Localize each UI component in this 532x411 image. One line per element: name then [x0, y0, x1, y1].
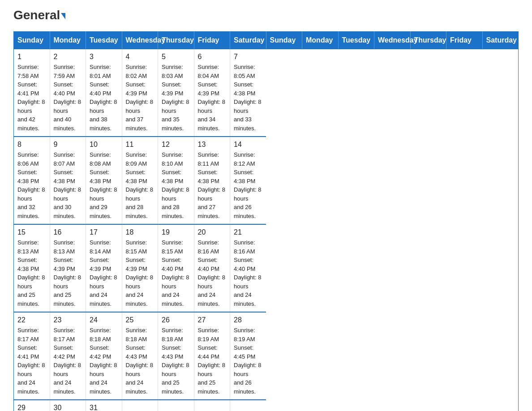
- day-info: Sunrise: 8:09 AMSunset: 4:38 PMDaylight:…: [126, 151, 153, 219]
- day-number: 16: [54, 228, 82, 236]
- day-info: Sunrise: 8:13 AMSunset: 4:38 PMDaylight:…: [17, 239, 45, 307]
- day-number: 1: [17, 53, 46, 61]
- day-info: Sunrise: 8:04 AMSunset: 4:39 PMDaylight:…: [198, 64, 225, 132]
- day-info: Sunrise: 8:18 AMSunset: 4:43 PMDaylight:…: [126, 327, 153, 395]
- header-sunday: Sunday: [266, 32, 302, 49]
- table-row: 4 Sunrise: 8:02 AMSunset: 4:39 PMDayligh…: [122, 49, 158, 137]
- calendar-week-row: 1 Sunrise: 7:58 AMSunset: 4:41 PMDayligh…: [14, 49, 519, 137]
- table-row: 11 Sunrise: 8:09 AMSunset: 4:38 PMDaylig…: [122, 137, 158, 224]
- day-info: Sunrise: 8:14 AMSunset: 4:39 PMDaylight:…: [90, 239, 117, 307]
- day-number: 30: [54, 404, 82, 411]
- day-number: 2: [54, 53, 82, 61]
- day-number: 8: [17, 141, 46, 149]
- day-number: 11: [126, 141, 154, 149]
- page-header: General: [13, 9, 519, 22]
- table-row: [158, 400, 194, 411]
- day-number: 21: [234, 228, 262, 236]
- day-number: 20: [198, 228, 227, 236]
- header-tuesday: Tuesday: [338, 32, 374, 49]
- day-info: Sunrise: 8:17 AMSunset: 4:42 PMDaylight:…: [54, 327, 81, 395]
- table-row: 3 Sunrise: 8:01 AMSunset: 4:40 PMDayligh…: [86, 49, 122, 137]
- day-info: Sunrise: 8:01 AMSunset: 4:40 PMDaylight:…: [90, 64, 117, 132]
- day-number: 13: [198, 141, 227, 149]
- day-info: Sunrise: 8:19 AMSunset: 4:45 PMDaylight:…: [234, 327, 261, 395]
- day-info: Sunrise: 8:10 AMSunset: 4:38 PMDaylight:…: [162, 151, 189, 219]
- header-tuesday: Tuesday: [86, 32, 122, 49]
- table-row: 5 Sunrise: 8:03 AMSunset: 4:39 PMDayligh…: [158, 49, 194, 137]
- table-row: 22 Sunrise: 8:17 AMSunset: 4:41 PMDaylig…: [14, 312, 50, 400]
- day-number: 5: [162, 53, 190, 61]
- logo: General: [13, 9, 65, 22]
- day-number: 14: [234, 141, 262, 149]
- day-number: 9: [54, 141, 82, 149]
- day-info: Sunrise: 8:12 AMSunset: 4:38 PMDaylight:…: [234, 151, 261, 219]
- header-thursday: Thursday: [410, 32, 446, 49]
- day-info: Sunrise: 8:07 AMSunset: 4:38 PMDaylight:…: [54, 151, 81, 219]
- header-saturday: Saturday: [482, 32, 519, 49]
- table-row: 9 Sunrise: 8:07 AMSunset: 4:38 PMDayligh…: [50, 137, 86, 224]
- table-row: 29 Sunrise: 8:19 AMSunset: 4:46 PMDaylig…: [14, 400, 50, 411]
- table-row: 23 Sunrise: 8:17 AMSunset: 4:42 PMDaylig…: [50, 312, 86, 400]
- table-row: 6 Sunrise: 8:04 AMSunset: 4:39 PMDayligh…: [194, 49, 230, 137]
- table-row: 7 Sunrise: 8:05 AMSunset: 4:38 PMDayligh…: [230, 49, 266, 137]
- table-row: 27 Sunrise: 8:19 AMSunset: 4:44 PMDaylig…: [194, 312, 230, 400]
- day-info: Sunrise: 7:59 AMSunset: 4:40 PMDaylight:…: [54, 64, 81, 132]
- day-info: Sunrise: 8:03 AMSunset: 4:39 PMDaylight:…: [162, 64, 189, 132]
- day-info: Sunrise: 8:13 AMSunset: 4:39 PMDaylight:…: [54, 239, 81, 307]
- day-info: Sunrise: 8:18 AMSunset: 4:43 PMDaylight:…: [162, 327, 189, 395]
- table-row: 17 Sunrise: 8:14 AMSunset: 4:39 PMDaylig…: [86, 224, 122, 312]
- day-number: 15: [17, 228, 46, 236]
- table-row: 18 Sunrise: 8:15 AMSunset: 4:39 PMDaylig…: [122, 224, 158, 312]
- table-row: 30 Sunrise: 8:19 AMSunset: 4:47 PMDaylig…: [50, 400, 86, 411]
- day-number: 27: [198, 316, 227, 324]
- day-info: Sunrise: 8:05 AMSunset: 4:38 PMDaylight:…: [234, 64, 261, 132]
- day-number: 24: [90, 316, 118, 324]
- table-row: 8 Sunrise: 8:06 AMSunset: 4:38 PMDayligh…: [14, 137, 50, 224]
- table-row: 2 Sunrise: 7:59 AMSunset: 4:40 PMDayligh…: [50, 49, 86, 137]
- day-number: 31: [90, 404, 118, 411]
- logo-text: General: [13, 9, 65, 21]
- day-info: Sunrise: 8:02 AMSunset: 4:39 PMDaylight:…: [126, 64, 153, 132]
- calendar-week-row: 22 Sunrise: 8:17 AMSunset: 4:41 PMDaylig…: [14, 312, 519, 400]
- day-number: 4: [126, 53, 154, 61]
- table-row: 15 Sunrise: 8:13 AMSunset: 4:38 PMDaylig…: [14, 224, 50, 312]
- day-info: Sunrise: 8:16 AMSunset: 4:40 PMDaylight:…: [198, 239, 225, 307]
- day-number: 17: [90, 228, 118, 236]
- table-row: 28 Sunrise: 8:19 AMSunset: 4:45 PMDaylig…: [230, 312, 266, 400]
- day-number: 23: [54, 316, 82, 324]
- header-wednesday: Wednesday: [122, 32, 158, 49]
- day-info: Sunrise: 8:18 AMSunset: 4:42 PMDaylight:…: [90, 327, 117, 395]
- day-number: 10: [90, 141, 118, 149]
- table-row: 14 Sunrise: 8:12 AMSunset: 4:38 PMDaylig…: [230, 137, 266, 224]
- day-info: Sunrise: 7:58 AMSunset: 4:41 PMDaylight:…: [17, 64, 45, 132]
- table-row: 20 Sunrise: 8:16 AMSunset: 4:40 PMDaylig…: [194, 224, 230, 312]
- table-row: 12 Sunrise: 8:10 AMSunset: 4:38 PMDaylig…: [158, 137, 194, 224]
- day-number: 22: [17, 316, 46, 324]
- day-number: 19: [162, 228, 190, 236]
- table-row: [122, 400, 158, 411]
- day-info: Sunrise: 8:15 AMSunset: 4:39 PMDaylight:…: [126, 239, 153, 307]
- day-number: 18: [126, 228, 154, 236]
- table-row: 1 Sunrise: 7:58 AMSunset: 4:41 PMDayligh…: [14, 49, 50, 137]
- calendar-table: SundayMondayTuesdayWednesdayThursdayFrid…: [13, 31, 519, 411]
- table-row: [230, 400, 266, 411]
- day-number: 26: [162, 316, 190, 324]
- table-row: 16 Sunrise: 8:13 AMSunset: 4:39 PMDaylig…: [50, 224, 86, 312]
- day-info: Sunrise: 8:08 AMSunset: 4:38 PMDaylight:…: [90, 151, 117, 219]
- header-saturday: Saturday: [230, 32, 266, 49]
- header-wednesday: Wednesday: [374, 32, 411, 49]
- header-thursday: Thursday: [158, 32, 194, 49]
- day-info: Sunrise: 8:15 AMSunset: 4:40 PMDaylight:…: [162, 239, 189, 307]
- day-number: 7: [234, 53, 262, 61]
- header-friday: Friday: [446, 32, 483, 49]
- table-row: 31 Sunrise: 8:19 AMSunset: 4:47 PMDaylig…: [86, 400, 122, 411]
- day-number: 6: [198, 53, 227, 61]
- day-number: 28: [234, 316, 262, 324]
- day-number: 12: [162, 141, 190, 149]
- day-info: Sunrise: 8:16 AMSunset: 4:40 PMDaylight:…: [234, 239, 261, 307]
- day-info: Sunrise: 8:11 AMSunset: 4:38 PMDaylight:…: [198, 151, 225, 219]
- calendar-week-row: 15 Sunrise: 8:13 AMSunset: 4:38 PMDaylig…: [14, 224, 519, 312]
- logo-triangle-icon: [61, 13, 65, 19]
- day-info: Sunrise: 8:06 AMSunset: 4:38 PMDaylight:…: [17, 151, 45, 219]
- table-row: 24 Sunrise: 8:18 AMSunset: 4:42 PMDaylig…: [86, 312, 122, 400]
